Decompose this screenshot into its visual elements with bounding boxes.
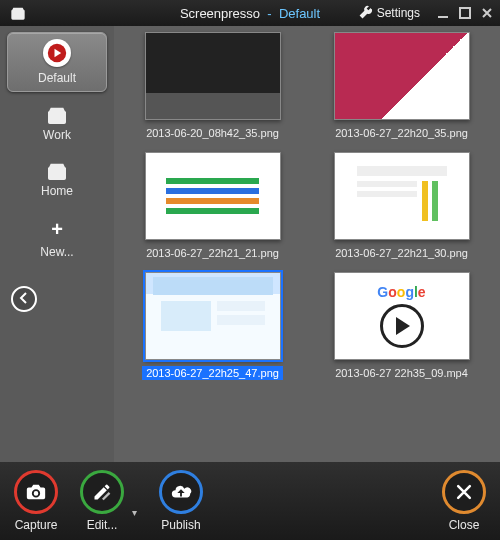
file-item[interactable]: 2013-06-20_08h42_35.png bbox=[124, 32, 301, 140]
file-name: 2013-06-27_22h21_21.png bbox=[142, 246, 283, 260]
maximize-button[interactable] bbox=[456, 6, 474, 20]
file-name: 2013-06-27_22h20_35.png bbox=[331, 126, 472, 140]
svg-rect-11 bbox=[217, 315, 265, 325]
plus-icon: + bbox=[51, 218, 63, 241]
settings-button[interactable]: Settings bbox=[359, 5, 420, 22]
workspace-item-default[interactable]: Default bbox=[7, 32, 107, 92]
capture-button[interactable]: Capture bbox=[14, 470, 58, 532]
svg-rect-5 bbox=[357, 191, 417, 197]
svg-rect-1 bbox=[460, 8, 470, 18]
workspace-label: Default bbox=[38, 71, 76, 85]
file-name: 2013-06-20_08h42_35.png bbox=[142, 126, 283, 140]
close-window-button[interactable] bbox=[478, 6, 496, 20]
close-icon bbox=[442, 470, 486, 514]
folder-icon bbox=[46, 162, 68, 180]
thumbnail: Google bbox=[334, 272, 470, 360]
workspace-item-new[interactable]: + New... bbox=[7, 212, 107, 265]
file-name: 2013-06-27_22h21_30.png bbox=[331, 246, 472, 260]
svg-rect-3 bbox=[357, 166, 447, 176]
file-item[interactable]: 2013-06-27_22h21_30.png bbox=[313, 152, 490, 260]
play-icon bbox=[380, 304, 424, 348]
wrench-icon bbox=[359, 5, 373, 22]
edit-button[interactable]: Edit... bbox=[80, 470, 124, 532]
main-area: Default Work Home + New... 20 bbox=[0, 26, 500, 462]
close-label: Close bbox=[449, 518, 480, 532]
thumbnail bbox=[334, 152, 470, 240]
google-logo-icon: Google bbox=[377, 284, 425, 300]
camera-icon bbox=[14, 470, 58, 514]
file-name: 2013-06-27_22h25_47.png bbox=[142, 366, 283, 380]
svg-rect-0 bbox=[438, 16, 448, 18]
app-icon bbox=[10, 6, 26, 20]
file-item[interactable]: 2013-06-27_22h20_35.png bbox=[313, 32, 490, 140]
publish-label: Publish bbox=[161, 518, 200, 532]
workspace-label: New... bbox=[40, 245, 73, 259]
thumbnail bbox=[145, 32, 281, 120]
chevron-left-icon bbox=[18, 292, 30, 307]
thumbnail bbox=[145, 272, 281, 360]
workspace-label: Work bbox=[43, 128, 71, 142]
thumbnail bbox=[334, 32, 470, 120]
app-logo-icon bbox=[43, 39, 71, 67]
thumbnail-grid: 2013-06-20_08h42_35.png 2013-06-27_22h20… bbox=[114, 26, 500, 462]
titlebar: Screenpresso - Default Settings bbox=[0, 0, 500, 26]
workspace-item-home[interactable]: Home bbox=[7, 156, 107, 204]
svg-rect-4 bbox=[357, 181, 417, 187]
minimize-button[interactable] bbox=[434, 6, 452, 20]
workspace-item-work[interactable]: Work bbox=[7, 100, 107, 148]
collapse-sidebar-button[interactable] bbox=[11, 286, 37, 312]
svg-rect-8 bbox=[153, 277, 273, 295]
close-button[interactable]: Close bbox=[442, 470, 486, 532]
file-item[interactable]: 2013-06-27_22h25_47.png bbox=[124, 272, 301, 380]
svg-rect-6 bbox=[422, 181, 428, 221]
settings-label: Settings bbox=[377, 6, 420, 20]
svg-rect-9 bbox=[161, 301, 211, 331]
thumbnail bbox=[145, 152, 281, 240]
capture-label: Capture bbox=[15, 518, 58, 532]
folder-icon bbox=[46, 106, 68, 124]
bottom-toolbar: Capture Edit... ▾ Publish Close bbox=[0, 462, 500, 540]
workspace-name: Default bbox=[279, 6, 320, 21]
edit-dropdown-caret[interactable]: ▾ bbox=[132, 507, 137, 518]
svg-rect-10 bbox=[217, 301, 265, 311]
publish-button[interactable]: Publish bbox=[159, 470, 203, 532]
title-separator: - bbox=[267, 6, 271, 21]
svg-rect-7 bbox=[432, 181, 438, 221]
app-name: Screenpresso bbox=[180, 6, 260, 21]
file-item[interactable]: Google 2013-06-27 22h35_09.mp4 bbox=[313, 272, 490, 380]
edit-icon bbox=[80, 470, 124, 514]
workspace-sidebar: Default Work Home + New... bbox=[0, 26, 114, 462]
file-name: 2013-06-27 22h35_09.mp4 bbox=[331, 366, 472, 380]
workspace-label: Home bbox=[41, 184, 73, 198]
edit-label: Edit... bbox=[87, 518, 118, 532]
file-item[interactable]: 2013-06-27_22h21_21.png bbox=[124, 152, 301, 260]
cloud-upload-icon bbox=[159, 470, 203, 514]
